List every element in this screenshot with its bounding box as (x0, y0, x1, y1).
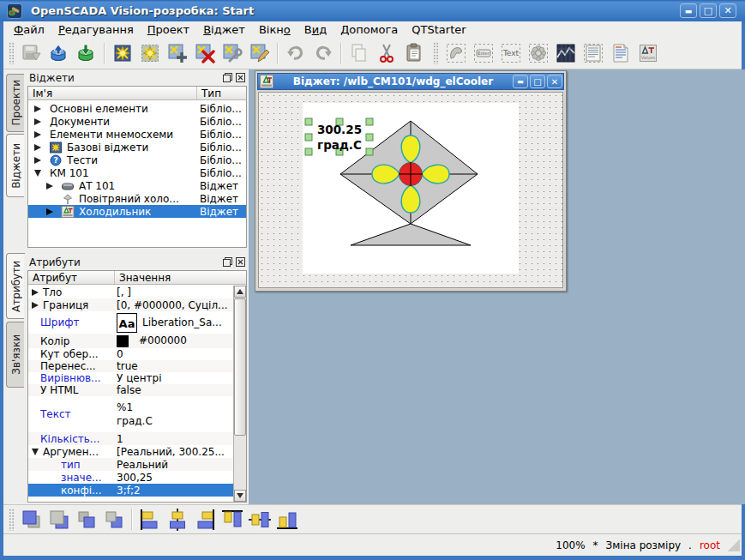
undo-icon[interactable] (284, 41, 308, 65)
menu-Вид[interactable]: Вид (297, 21, 333, 38)
attribute-value[interactable]: У центрі (117, 372, 161, 384)
attribute-value[interactable]: 1 (117, 433, 123, 445)
attribute-row[interactable]: значе...300,25 (28, 471, 233, 484)
column-header-name[interactable]: Ім'я (28, 87, 197, 99)
scrollbar-thumb[interactable] (234, 298, 246, 436)
attribute-row[interactable]: Кількість...1 (28, 432, 233, 445)
float-panel-icon[interactable] (222, 257, 232, 268)
expand-icon[interactable] (34, 118, 41, 125)
menu-QTStarter[interactable]: QTStarter (405, 21, 472, 38)
align-right-icon[interactable] (193, 508, 217, 532)
mdi-title-bar[interactable]: Віджет: /wlb_CM101/wdg_elCooler ▬ □ ✕ (257, 73, 564, 90)
widget-properties-icon[interactable] (220, 41, 244, 65)
align-bottom-icon[interactable] (275, 508, 299, 532)
cut-icon[interactable] (375, 41, 399, 65)
tab-Атрибути[interactable]: Атрибути (6, 253, 25, 319)
menu-Проект[interactable]: Проект (141, 21, 196, 38)
attribute-value[interactable]: [, ] (117, 286, 131, 298)
attribute-value[interactable]: [0, #000000, Суціл... (117, 299, 228, 311)
menu-Допомога[interactable]: Допомога (333, 21, 405, 38)
tree-row[interactable]: Повітряний холо...Віджет (28, 192, 246, 205)
attribute-row[interactable]: Границя[0, #000000, Суціл... (28, 298, 233, 311)
toolbar-grip[interactable] (9, 42, 15, 64)
tab-Зв'язки[interactable]: Зв'язки (6, 322, 25, 388)
attribute-value[interactable]: true (117, 360, 138, 372)
attribute-value[interactable]: 3;f;2 (117, 485, 141, 497)
tree-row[interactable]: ?ТестиБібліо... (28, 154, 246, 166)
el-media-icon[interactable] (526, 41, 550, 65)
raise-icon[interactable] (20, 508, 44, 532)
expand-icon[interactable] (46, 183, 53, 190)
resize-grip[interactable] (728, 539, 740, 551)
widget-editor-window[interactable]: Віджет: /wlb_CM101/wdg_elCooler ▬ □ ✕ (255, 70, 567, 292)
attribute-value[interactable]: #000000 (117, 334, 187, 347)
align-hcenter-icon[interactable] (165, 508, 189, 532)
el-diagram-icon[interactable] (554, 41, 578, 65)
maximize-button[interactable]: □ (700, 3, 717, 18)
delete-widget-icon[interactable] (193, 41, 217, 65)
menu-Вікно[interactable]: Вікно (252, 21, 297, 38)
expand-icon[interactable] (32, 289, 39, 296)
el-document-icon[interactable] (609, 41, 633, 65)
save-to-db-icon[interactable] (75, 41, 99, 65)
mdi-close-button[interactable]: ✕ (547, 75, 562, 88)
attribute-row[interactable]: Тло[, ] (28, 286, 233, 298)
edit-widget-icon[interactable] (248, 41, 272, 65)
attribute-row[interactable]: Вирівнюв...У центрі (28, 372, 233, 384)
attribute-value[interactable]: %1 град.С (117, 400, 153, 428)
load-from-db-icon[interactable] (47, 41, 71, 65)
scroll-up-icon[interactable] (234, 286, 246, 298)
paste-icon[interactable] (402, 41, 426, 65)
tree-row[interactable]: ДокументиБібліо... (28, 115, 246, 128)
attribute-value[interactable]: 0 (117, 348, 123, 360)
attributes-scrollbar[interactable] (233, 286, 246, 502)
menu-Віджет[interactable]: Віджет (196, 21, 252, 38)
toolbar-grip[interactable] (433, 42, 439, 64)
expand-icon[interactable] (46, 208, 53, 215)
column-header-attribute[interactable]: Атрибут (28, 271, 115, 284)
column-header-type[interactable]: Тип (197, 87, 246, 99)
copy-icon[interactable] (347, 41, 371, 65)
expand-icon[interactable] (34, 131, 41, 138)
el-protocol-icon[interactable] (581, 41, 605, 65)
mdi-maximize-button[interactable]: □ (530, 75, 545, 88)
align-top-icon[interactable] (220, 508, 244, 532)
redo-icon[interactable] (311, 41, 335, 65)
attribute-value[interactable]: [Реальний, 300.25... (117, 446, 225, 458)
attribute-row[interactable]: ШрифтAaLiberation_Sa... (28, 311, 233, 334)
widget-canvas[interactable]: 300.25 град.С (303, 103, 519, 274)
attribute-value[interactable]: 300,25 (117, 472, 153, 484)
attribute-value[interactable]: false (117, 384, 141, 396)
scroll-down-icon[interactable] (234, 490, 246, 502)
tree-row[interactable]: ХолодильникВіджет (28, 205, 246, 218)
widget-edit-canvas[interactable]: 300.25 град.С (258, 92, 563, 288)
close-button[interactable]: ✕ (719, 3, 736, 18)
attribute-value[interactable]: Реальний (117, 459, 168, 471)
new-library-icon[interactable] (111, 41, 135, 65)
lower-icon[interactable] (47, 508, 71, 532)
el-text-icon[interactable]: Text (499, 41, 523, 65)
expand-icon[interactable] (32, 449, 39, 455)
close-panel-icon[interactable] (235, 73, 245, 83)
attribute-row[interactable]: Колір#000000 (28, 334, 233, 348)
tree-row[interactable]: Базові віджетиБібліо... (28, 141, 246, 154)
save-icon[interactable] (20, 41, 44, 65)
expand-icon[interactable] (32, 302, 39, 309)
close-panel-icon[interactable] (235, 257, 245, 268)
attribute-row[interactable]: типРеальний (28, 458, 233, 471)
el-form-icon[interactable]: Enter (472, 41, 496, 65)
expand-icon[interactable] (34, 170, 41, 177)
add-widget-icon[interactable] (165, 41, 189, 65)
minimize-button[interactable]: ▬ (680, 3, 697, 18)
tab-Проекти[interactable]: Проекти (6, 74, 25, 132)
toolbar-grip[interactable] (9, 509, 15, 531)
expand-icon[interactable] (34, 144, 41, 151)
attribute-row[interactable]: конфі...3;f;2 (28, 484, 233, 497)
el-function-icon[interactable]: Values (636, 41, 660, 65)
title-bar[interactable]: OpenSCADA Vision-розробка: Start ▬ □ ✕ (0, 0, 745, 21)
attribute-value[interactable]: AaLiberation_Sa... (117, 313, 222, 333)
color-swatch[interactable] (117, 335, 129, 347)
attribute-row[interactable]: Перенес...true (28, 360, 233, 372)
tree-row[interactable]: Основні елементиБібліо... (28, 102, 246, 115)
attribute-row[interactable]: Текст%1 град.С (28, 396, 233, 432)
